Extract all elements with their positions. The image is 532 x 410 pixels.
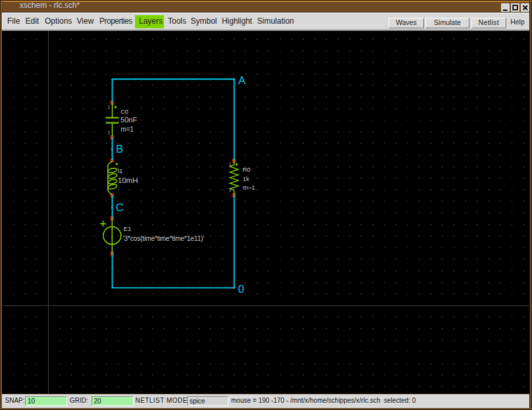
svg-text:B: B bbox=[116, 143, 123, 155]
svg-text:'3*cos(time*time*time*1e11)': '3*cos(time*time*time*1e11)' bbox=[123, 235, 205, 242]
svg-text:C0: C0 bbox=[120, 109, 128, 115]
svg-text:2: 2 bbox=[108, 130, 111, 135]
svg-text:A: A bbox=[238, 74, 246, 87]
svg-text:l1: l1 bbox=[118, 167, 122, 174]
svg-text:50nF: 50nF bbox=[120, 116, 137, 124]
svg-text:1: 1 bbox=[229, 162, 232, 167]
svg-text:1: 1 bbox=[108, 105, 111, 109]
svg-text:10mH: 10mH bbox=[118, 176, 138, 184]
svg-text:R0: R0 bbox=[242, 166, 250, 173]
svg-text:C: C bbox=[116, 201, 124, 214]
svg-text:m=1: m=1 bbox=[243, 184, 255, 191]
svg-text:0: 0 bbox=[238, 283, 244, 295]
svg-text:2: 2 bbox=[229, 188, 232, 192]
svg-text:E1: E1 bbox=[124, 225, 132, 232]
svg-text:1k: 1k bbox=[243, 175, 250, 182]
svg-text:m=1: m=1 bbox=[120, 126, 134, 133]
